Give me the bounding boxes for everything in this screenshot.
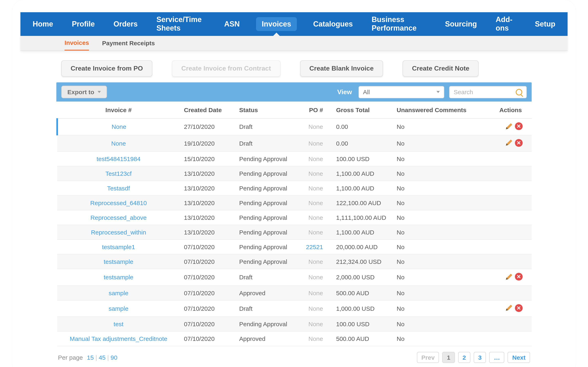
create-credit-note-button[interactable]: Create Credit Note (403, 60, 479, 77)
create-blank-invoice-button[interactable]: Create Blank Invoice (300, 60, 383, 77)
top-nav: HomeProfileOrdersService/Time SheetsASNI… (20, 12, 568, 36)
invoice-link[interactable]: Reprocessed_above (90, 214, 147, 221)
cell-gross-total: 1,111,100.00 AUD (327, 210, 393, 225)
cell-created-date: 13/10/2020 (180, 196, 235, 210)
delete-icon[interactable]: ✕ (515, 304, 523, 312)
invoice-link[interactable]: test5484151984 (96, 155, 140, 162)
invoice-link[interactable]: sample (109, 289, 129, 296)
subtab-payment-receipts[interactable]: Payment Receipts (102, 36, 155, 50)
cell-status: Draft (235, 269, 301, 285)
pager-page-button[interactable]: 3 (474, 352, 486, 363)
cell-gross-total: 2,000.00 USD (327, 269, 393, 285)
cell-po: None (309, 258, 323, 265)
cell-gross-total: 100.00 USD (327, 317, 393, 331)
export-to-button[interactable]: Export to (61, 86, 107, 98)
col-header-po[interactable]: PO # (301, 101, 327, 118)
col-header-invoice[interactable]: Invoice # (57, 101, 180, 118)
edit-icon[interactable] (504, 121, 514, 132)
cell-status: Pending Approval (235, 166, 301, 181)
cell-created-date: 27/10/2020 (180, 118, 235, 135)
view-label: View (337, 88, 352, 96)
topnav-item-service-time-sheets[interactable]: Service/Time Sheets (154, 12, 208, 36)
invoice-link[interactable]: Test123cf (105, 170, 131, 177)
topnav-item-asn[interactable]: ASN (222, 12, 242, 36)
cell-po: None (309, 170, 323, 177)
per-page-option[interactable]: 90 (111, 354, 117, 361)
edit-icon[interactable] (504, 138, 514, 148)
chevron-down-icon (437, 91, 440, 93)
cell-created-date: 07/10/2020 (180, 285, 235, 300)
invoice-link[interactable]: Reprocessed_within (91, 229, 146, 236)
pager-next-button[interactable]: Next (508, 352, 530, 363)
delete-icon[interactable]: ✕ (515, 273, 523, 281)
invoice-link[interactable]: None (112, 123, 126, 130)
edit-icon[interactable] (504, 303, 514, 313)
cell-actions: ✕ (487, 135, 532, 151)
cell-unanswered-comments: No (393, 135, 487, 151)
table-row: sample07/10/2020DraftNone1,000.00 USDNo✕ (57, 300, 532, 317)
invoice-link[interactable]: test (113, 320, 123, 327)
table-row: Testasdf13/10/2020Pending ApprovalNone1,… (57, 181, 532, 196)
cell-actions: ✕ (487, 269, 532, 285)
invoice-link[interactable]: Testasdf (107, 185, 130, 192)
cell-created-date: 15/10/2020 (180, 151, 235, 166)
cell-gross-total: 1,100.00 AUD (327, 225, 393, 240)
pager-page-button[interactable]: 1 (442, 352, 455, 363)
table-row: test07/10/2020Pending ApprovalNone100.00… (57, 317, 532, 331)
cell-unanswered-comments: No (393, 317, 487, 331)
cell-actions (487, 166, 532, 181)
col-header-actions: Actions (487, 101, 532, 118)
pager-prev-button[interactable]: Prev (417, 352, 439, 363)
invoice-link[interactable]: Manual Tax adjustments_Creditnote (70, 335, 167, 342)
cell-status: Pending Approval (235, 151, 301, 166)
cell-created-date: 07/10/2020 (180, 240, 235, 254)
invoice-link[interactable]: None (111, 140, 126, 147)
cell-status: Approved (235, 285, 301, 300)
cell-po: None (309, 214, 323, 221)
topnav-item-orders[interactable]: Orders (111, 12, 140, 36)
invoice-link[interactable]: testsample (104, 258, 133, 265)
topnav-item-setup[interactable]: Setup (532, 12, 558, 36)
cell-actions (487, 254, 532, 269)
delete-icon[interactable]: ✕ (515, 139, 523, 147)
col-header-status[interactable]: Status (235, 101, 301, 118)
separator: | (105, 354, 111, 361)
invoice-link[interactable]: Reprocessed_64810 (90, 200, 147, 206)
table-row: testsample07/10/2020DraftNone2,000.00 US… (57, 269, 532, 285)
cell-created-date: 13/10/2020 (180, 166, 235, 181)
view-select[interactable]: All (359, 86, 444, 98)
create-invoice-from-po-button[interactable]: Create Invoice from PO (61, 60, 152, 77)
edit-icon[interactable] (504, 272, 514, 282)
topnav-item-invoices[interactable]: Invoices (256, 17, 297, 31)
topnav-item-add-ons[interactable]: Add-ons (493, 12, 519, 36)
cell-status: Draft (235, 135, 301, 151)
cell-status: Pending Approval (235, 225, 301, 240)
topnav-item-home[interactable]: Home (30, 12, 56, 36)
search-box[interactable] (449, 86, 527, 98)
cell-unanswered-comments: No (393, 225, 487, 240)
col-header-created[interactable]: Created Date (180, 101, 235, 118)
per-page-controls: Per page 15 | 45 | 90 (58, 354, 117, 361)
topnav-item-profile[interactable]: Profile (69, 12, 97, 36)
cell-status: Pending Approval (235, 210, 301, 225)
per-page-option[interactable]: 15 (87, 354, 94, 361)
table-row: Reprocessed_within13/10/2020Pending Appr… (57, 225, 532, 240)
delete-icon[interactable]: ✕ (515, 122, 523, 130)
topnav-item-sourcing[interactable]: Sourcing (443, 12, 479, 36)
subtab-invoices[interactable]: Invoices (65, 36, 89, 50)
col-header-gross[interactable]: Gross Total (327, 101, 393, 118)
col-header-comments[interactable]: Unanswered Comments (393, 101, 487, 118)
chevron-down-icon (98, 91, 101, 93)
pager-page-button[interactable]: 2 (458, 352, 471, 363)
search-icon[interactable] (516, 89, 522, 95)
topnav-item-catalogues[interactable]: Catalogues (311, 12, 355, 36)
topnav-item-business-performance[interactable]: Business Performance (369, 12, 429, 36)
invoice-link[interactable]: testsample (104, 274, 133, 281)
cell-gross-total: 0.00 (327, 118, 393, 135)
per-page-option[interactable]: 45 (99, 354, 105, 361)
search-input[interactable] (454, 89, 511, 95)
invoice-link[interactable]: sample (109, 305, 129, 312)
invoice-link[interactable]: testsample1 (102, 243, 135, 250)
po-link[interactable]: 22521 (306, 243, 323, 250)
cell-unanswered-comments: No (393, 151, 487, 166)
